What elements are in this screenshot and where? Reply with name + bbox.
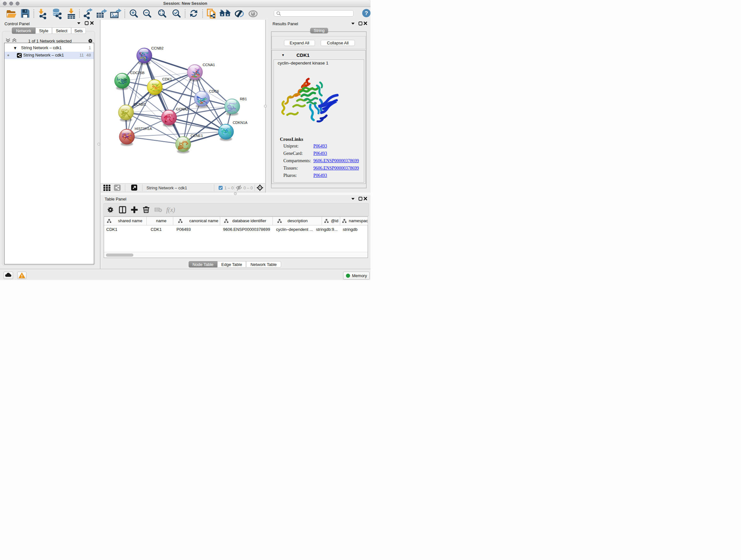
svg-text:CCNA1: CCNA1 bbox=[203, 63, 215, 67]
svg-text:0 – 0: 0 – 0 bbox=[244, 186, 253, 190]
svg-text:f(x): f(x) bbox=[166, 206, 175, 213]
svg-text:1 – 0: 1 – 0 bbox=[224, 186, 233, 190]
svg-text:CDK1: CDK1 bbox=[162, 77, 172, 81]
svg-text:CCNB1: CCNB1 bbox=[134, 103, 146, 106]
svg-text:?: ? bbox=[365, 10, 368, 16]
svg-text:CDC25B: CDC25B bbox=[130, 71, 145, 75]
svg-text:CCNB2: CCNB2 bbox=[151, 46, 164, 50]
svg-text:CCNA2: CCNA2 bbox=[176, 107, 189, 111]
svg-text:CDKN1A: CDKN1A bbox=[232, 121, 248, 125]
svg-text:HIST1H1A: HIST1H1A bbox=[135, 127, 152, 131]
svg-text:String Network – cdk1: String Network – cdk1 bbox=[146, 186, 187, 190]
svg-text:RB1: RB1 bbox=[240, 97, 247, 101]
svg-text:CDC6: CDC6 bbox=[209, 89, 219, 93]
svg-text:CCNE1: CCNE1 bbox=[191, 134, 203, 138]
